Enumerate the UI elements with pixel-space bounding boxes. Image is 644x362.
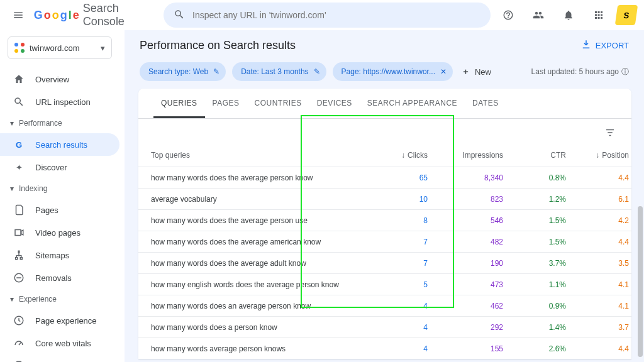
edit-icon[interactable]: ✎ [213,67,219,76]
table-row[interactable]: how many words does the average american… [138,231,631,252]
google-g-icon: G [13,140,25,150]
impressions-cell: 823 [428,195,503,204]
removals-icon [13,272,25,283]
chip-search-type[interactable]: Search type: Web✎ [140,62,226,81]
impressions-cell: 462 [428,302,503,310]
sidebar-section-indexing[interactable]: ▾Indexing [0,178,119,199]
filter-chips-row: Search type: Web✎ Date: Last 3 months✎ P… [125,58,644,89]
clicks-cell: 8 [365,216,428,225]
tab-queries[interactable]: QUERIES [153,89,205,118]
sidebar-item-removals[interactable]: Removals [0,266,119,289]
impressions-cell: 292 [428,323,503,332]
chevron-down-icon: ▾ [10,295,14,304]
sidebar-item-url-inspection[interactable]: URL inspection [0,90,119,113]
position-cell: 4.4 [566,238,629,246]
url-inspect-search[interactable] [164,3,491,28]
sidebar-item-discover[interactable]: ✦Discover [0,156,119,178]
help-icon[interactable] [496,3,521,28]
tab-countries[interactable]: COUNTRIES [247,89,309,118]
col-ctr[interactable]: CTR [503,151,566,160]
sidebar-item-overview[interactable]: Overview [0,68,119,90]
clicks-cell: 7 [365,238,428,246]
filter-icon[interactable] [601,124,619,141]
col-clicks[interactable]: ↓Clicks [365,151,428,160]
ctr-cell: 0.9% [503,302,566,310]
col-impressions[interactable]: Impressions [428,151,503,160]
ctr-cell: 1.2% [503,195,566,204]
property-selector[interactable]: twinword.com ▾ [8,36,112,59]
apps-grid-icon[interactable] [586,3,611,28]
close-icon[interactable]: ✕ [440,67,447,76]
clicks-cell: 10 [365,195,428,204]
add-filter-button[interactable]: ＋New [462,66,491,77]
ctr-cell: 3.7% [503,259,566,268]
table-row[interactable]: how many english words does the average … [138,273,631,295]
scrollbar-thumb[interactable] [638,206,643,357]
sidebar-item-core-web-vitals[interactable]: Core web vitals [0,332,119,354]
col-top-queries[interactable]: Top queries [151,151,365,160]
table-row[interactable]: average vocabulary108231.2%6.1 [138,188,631,209]
account-avatar[interactable]: S [615,5,638,25]
property-name: twinword.com [30,43,96,53]
impressions-cell: 155 [428,344,503,353]
queries-table: Top queries ↓Clicks Impressions CTR ↓Pos… [138,144,631,359]
sidebar-item-sitemaps[interactable]: Sitemaps [0,244,119,266]
tab-pages[interactable]: PAGES [205,89,247,118]
sidebar: twinword.com ▾ Overview URL inspection ▾… [0,30,125,362]
ctr-cell: 1.4% [503,323,566,332]
sitemap-icon [13,250,25,261]
sidebar-section-experience[interactable]: ▾Experience [0,289,119,309]
edit-icon[interactable]: ✎ [314,67,320,76]
last-updated-label: Last updated: 5 hours agoⓘ [531,67,629,77]
col-position[interactable]: ↓Position [566,151,629,160]
table-row[interactable]: how many words does the average person k… [138,167,631,188]
tab-devices[interactable]: DEVICES [309,89,360,118]
page-title: Performance on Search results [140,39,296,52]
position-cell: 3.7 [566,323,629,332]
table-row[interactable]: how many words average person knows41552… [138,337,631,359]
export-button[interactable]: EXPORT [580,39,629,52]
table-row[interactable]: how many words does an average person kn… [138,295,631,316]
table-row[interactable]: how many words does the average person u… [138,209,631,231]
position-cell: 3.5 [566,259,629,268]
query-cell: how many words does the average adult kn… [151,259,365,268]
impressions-cell: 8,340 [428,173,503,182]
table-row[interactable]: how many words does the average adult kn… [138,252,631,273]
position-cell: 4.4 [566,173,629,182]
dimension-tabs: QUERIES PAGES COUNTRIES DEVICES SEARCH A… [138,89,631,119]
tab-search-appearance[interactable]: SEARCH APPEARANCE [360,89,465,118]
plus-icon: ＋ [462,66,470,77]
clicks-cell: 7 [365,259,428,268]
clicks-cell: 5 [365,280,428,289]
hamburger-menu-button[interactable] [8,3,29,28]
tab-dates[interactable]: DATES [465,89,506,118]
product-name: Search Console [83,2,143,28]
info-icon[interactable]: ⓘ [621,67,629,77]
clicks-cell: 4 [365,344,428,353]
table-row[interactable]: how many words does a person know42921.4… [138,316,631,337]
sidebar-item-mobile-usability[interactable]: Mobile Usability [0,354,119,362]
notifications-icon[interactable] [556,3,581,28]
sidebar-item-video-pages[interactable]: Video pages [0,221,119,244]
speedometer-icon [13,337,25,349]
sidebar-item-page-experience[interactable]: Page experience [0,309,119,332]
sidebar-item-search-results[interactable]: GSearch results [0,133,119,156]
url-inspect-input[interactable] [192,10,480,20]
ctr-cell: 1.1% [503,280,566,289]
chevron-down-icon: ▾ [10,119,14,128]
ctr-cell: 1.5% [503,238,566,246]
sidebar-section-performance[interactable]: ▾Performance [0,113,119,133]
ctr-cell: 1.5% [503,216,566,225]
product-logo[interactable]: Google Search Console [34,2,143,28]
chip-page[interactable]: Page: https://www.twinwor...✕ [333,62,453,81]
queries-card: QUERIES PAGES COUNTRIES DEVICES SEARCH A… [138,89,631,359]
position-cell: 4.1 [566,302,629,310]
ctr-cell: 2.6% [503,344,566,353]
sidebar-item-pages[interactable]: Pages [0,199,119,221]
search-icon [13,96,25,107]
clicks-cell: 65 [365,173,428,182]
users-icon[interactable] [526,3,551,28]
ctr-cell: 0.8% [503,173,566,182]
position-cell: 4.4 [566,344,629,353]
chip-date[interactable]: Date: Last 3 months✎ [232,62,326,81]
